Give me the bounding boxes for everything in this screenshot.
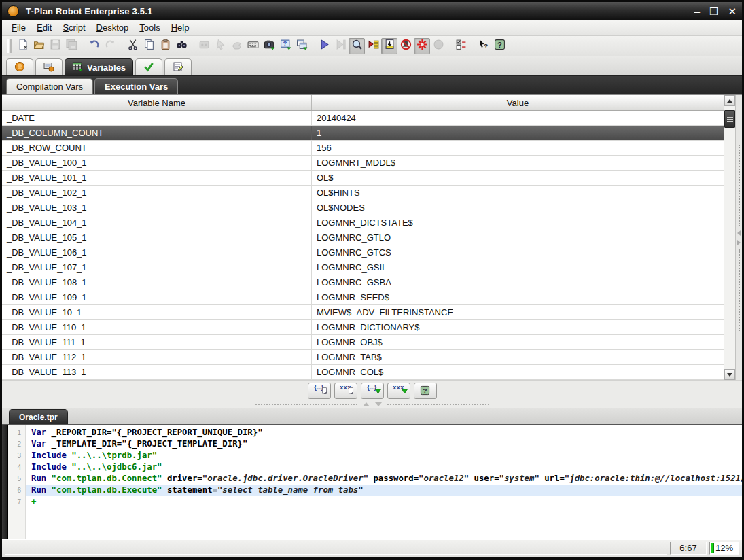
code-line-7[interactable]: 7+ [8, 496, 742, 508]
variable-name-cell: _DB_VALUE_113_1 [2, 365, 312, 379]
table-row[interactable]: _DB_VALUE_101_1OL$ [2, 171, 724, 186]
code-line-6[interactable]: 6Run "com.tplan.db.Execute" statement="s… [8, 485, 742, 496]
code-line-3[interactable]: 3Include "..\..\tprdb.jar" [8, 450, 742, 461]
find-button[interactable] [173, 38, 190, 54]
table-row[interactable]: _DB_ROW_COUNT156 [2, 141, 724, 156]
subtab-execution-vars[interactable]: Execution Vars [94, 78, 178, 94]
copy-value-syntax-button[interactable]: {..} [308, 383, 331, 399]
tab-robot[interactable] [6, 58, 33, 75]
insert-name-button[interactable]: xxx [387, 383, 410, 399]
variable-value-cell: LOGMNRC_GTLO [312, 230, 724, 245]
edit-note-icon [173, 61, 183, 74]
new-script-button[interactable] [14, 38, 31, 54]
table-row[interactable]: _DB_VALUE_105_1LOGMNRC_GTLO [2, 230, 724, 245]
splitter-expand-up-icon[interactable] [363, 402, 370, 406]
variable-name-cell: _DB_VALUE_105_1 [2, 230, 312, 245]
table-row[interactable]: _DATE20140424 [2, 111, 724, 126]
copy-badge-icon [348, 385, 355, 398]
table-row[interactable]: _DB_VALUE_100_1LOGMNRT_MDDL$ [2, 156, 724, 171]
minimize-button[interactable]: – [694, 6, 700, 16]
toolbar-grip[interactable] [7, 39, 12, 53]
table-row[interactable]: _DB_VALUE_107_1LOGMNRC_GSII [2, 260, 724, 275]
table-row[interactable]: _DB_VALUE_110_1LOGMNR_DICTIONARY$ [2, 320, 724, 335]
new-script-icon [17, 39, 29, 53]
line-number: 3 [8, 450, 26, 461]
variable-name-cell: _DB_ROW_COUNT [2, 141, 312, 155]
table-row[interactable]: _DB_VALUE_103_1OL$NODES [2, 200, 724, 215]
stop-burst-button[interactable] [414, 38, 430, 54]
menu-script[interactable]: Script [57, 20, 90, 35]
code-line-4[interactable]: 4Include "..\..\ojdbc6.jar" [8, 461, 742, 473]
paste-button[interactable] [157, 38, 173, 54]
variable-value-cell: LOGMNRC_GSII [312, 260, 724, 275]
editor-tab-oracle-tpr[interactable]: Oracle.tpr [9, 409, 68, 424]
splitter-collapse-left-icon[interactable] [737, 230, 741, 236]
code-line-5[interactable]: 5Run "com.tplan.db.Connect" driver="orac… [8, 473, 742, 485]
copy-name-syntax-button[interactable]: xxx [334, 383, 357, 399]
windows-button[interactable] [294, 38, 310, 54]
subtab-compilation-vars[interactable]: Compilation Vars [6, 78, 93, 94]
menu-help[interactable]: Help [166, 20, 195, 35]
stop-icon [433, 39, 444, 53]
help-button[interactable]: ? [491, 38, 508, 54]
insert-value-button[interactable]: {..} [361, 383, 384, 399]
right-splitter[interactable] [735, 95, 742, 380]
variable-name-cell: _DB_VALUE_100_1 [2, 156, 312, 170]
keyboard-button[interactable] [245, 38, 261, 54]
code-line-1[interactable]: 1Var _REPORT_DIR="{_PROJECT_REPORT_UNIQU… [8, 427, 742, 438]
table-row[interactable]: _DB_VALUE_113_1LOGMNR_COL$ [2, 365, 724, 380]
column-header-value[interactable]: Value [312, 95, 724, 110]
progress-fill [711, 543, 714, 553]
line-number: 2 [8, 438, 26, 450]
compare-screen-button[interactable]: ? [277, 38, 294, 54]
undo-button[interactable] [86, 38, 102, 54]
table-row[interactable]: _DB_VALUE_102_1OL$HINTS [2, 186, 724, 200]
script-editor[interactable]: 1Var _REPORT_DIR="{_PROJECT_REPORT_UNIQU… [2, 425, 742, 539]
table-row[interactable]: _DB_VALUE_112_1LOGMNR_TAB$ [2, 350, 724, 365]
variable-value-cell: OL$NODES [312, 200, 724, 215]
variable-value-cell: LOGMNR_TAB$ [312, 350, 724, 364]
tab-editor-note[interactable] [164, 58, 192, 75]
scrollbar-thumb[interactable] [724, 110, 735, 128]
tab-desktop-viewer[interactable] [35, 58, 63, 75]
menu-edit[interactable]: Edit [31, 20, 57, 35]
code-line-2[interactable]: 2Var _TEMPLATE_DIR="{_PROJECT_TEMPLATE_D… [8, 438, 742, 450]
table-row[interactable]: _DB_VALUE_108_1LOGMNRC_GSBA [2, 275, 724, 290]
open-button[interactable] [31, 38, 47, 54]
follow-execution-button[interactable] [349, 38, 365, 54]
disable-alerts-button[interactable] [397, 38, 414, 54]
editor-left-grip[interactable] [2, 425, 8, 539]
tab-validation[interactable] [135, 58, 162, 75]
column-header-variable-name[interactable]: Variable Name [2, 95, 312, 110]
menu-file[interactable]: File [6, 20, 31, 35]
table-row[interactable]: _DB_VALUE_10_1MVIEW$_ADV_FILTERINSTANCE [2, 305, 724, 320]
scroll-up-button[interactable] [724, 95, 735, 106]
toolbar: ??? [2, 36, 742, 56]
scroll-down-button[interactable] [724, 369, 735, 380]
checklist-button[interactable] [453, 38, 469, 54]
splitter-expand-down-icon[interactable] [375, 402, 382, 406]
vars-help-button[interactable]: ? [414, 383, 437, 399]
table-row[interactable]: _DB_VALUE_104_1LOGMNR_DICTSTATE$ [2, 215, 724, 230]
screenshot-button[interactable] [261, 38, 277, 54]
table-row[interactable]: _DB_VALUE_109_1LOGMNR_SEED$ [2, 290, 724, 305]
step-list-button[interactable] [365, 38, 381, 54]
menu-desktop[interactable]: Desktop [91, 20, 135, 35]
menu-tools[interactable]: Tools [134, 20, 165, 35]
export-status-button[interactable] [381, 38, 397, 54]
table-row[interactable]: _DB_COLUMN_COUNT1 [2, 126, 724, 141]
table-scrollbar[interactable] [724, 95, 735, 380]
run-button[interactable] [316, 38, 332, 54]
horizontal-splitter[interactable] [2, 400, 742, 408]
splitter-collapse-right-icon[interactable] [737, 240, 741, 245]
table-row[interactable]: _DB_VALUE_106_1LOGMNRC_GTCS [2, 245, 724, 260]
copy-button[interactable] [141, 38, 157, 54]
tab-variables[interactable]: Variables [65, 58, 133, 75]
maximize-button[interactable]: ❒ [709, 6, 718, 16]
window-title: T-Plan Robot Enterprise 3.5.1 [26, 6, 152, 16]
table-row[interactable]: _DB_VALUE_111_1LOGMNR_OBJ$ [2, 335, 724, 350]
context-help-button[interactable]: ? [475, 38, 491, 54]
scrollbar-track[interactable] [724, 106, 735, 369]
cut-button[interactable] [124, 38, 141, 54]
close-button[interactable]: ✕ [728, 6, 737, 16]
